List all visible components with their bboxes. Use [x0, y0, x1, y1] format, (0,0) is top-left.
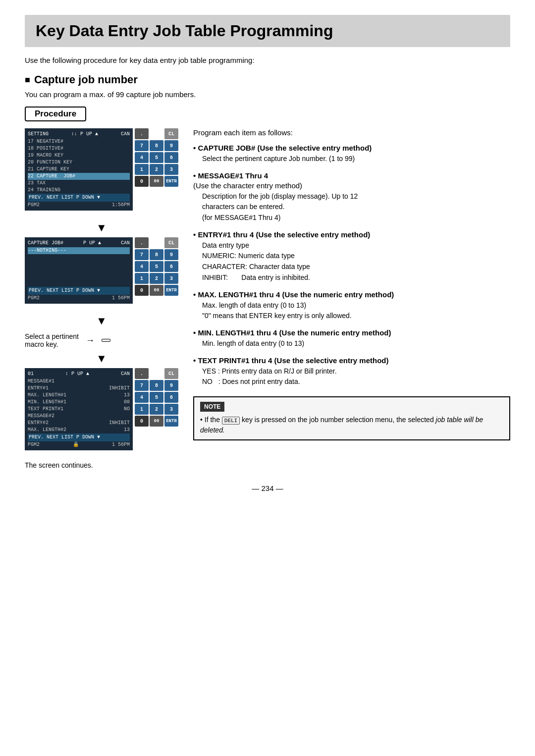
screen1-title-mid: ↕↓ P UP ▲ [71, 131, 98, 138]
key-0[interactable]: 0 [135, 176, 149, 187]
key-entr-2[interactable]: ENTR [164, 285, 178, 296]
bullet-text-print-body: YES : Prints entry data on R/J or Bill p… [202, 366, 510, 387]
screen2-footer: PREV. NEXT LIST P DOWN ▼ [28, 287, 130, 295]
screen3-group: 01 ↕ P UP ▲ CAN MESSAGE#1 ENTRY#1INHIBIT… [25, 368, 178, 451]
screen3-title: 01 ↕ P UP ▲ CAN [28, 370, 130, 378]
key-dot[interactable]: . [135, 128, 149, 139]
key-3-3[interactable]: 3 [164, 404, 178, 415]
screen3-title-right: CAN [121, 371, 130, 378]
screen2-footer-text: PREV. NEXT LIST P DOWN ▼ [29, 287, 100, 294]
screen1-pgm: PGM2 [28, 202, 40, 209]
key-2[interactable]: 2 [150, 164, 163, 175]
key-5-2[interactable]: 5 [150, 261, 163, 272]
main-content: SETTING ↕↓ P UP ▲ CAN 17 NEGATIVE# 18 PO… [25, 128, 510, 469]
keypad-3: . CL 7 8 9 4 5 6 1 2 3 0 00 ENTR [135, 368, 178, 427]
screen3-footer: PREV. NEXT LIST P DOWN ▼ [28, 433, 130, 441]
arrow-right: → [86, 335, 95, 346]
screen3-row3: MAX. LENGTH#113 [28, 392, 130, 399]
bullet-capture-job-body: Select the pertinent capture Job number.… [202, 154, 510, 164]
key-6[interactable]: 6 [164, 152, 178, 163]
key-6-2[interactable]: 6 [164, 261, 178, 272]
screen2-title-left: CAPTURE JOB# [28, 240, 63, 247]
screen3-row4: MIN. LENGTH#100 [28, 399, 130, 406]
bullet-min-length: • MIN. LENGTH#1 thru 4 (Use the numeric … [193, 328, 510, 349]
note-text: • If the DELI key is pressed on the job … [200, 415, 503, 435]
key-00-3[interactable]: 00 [150, 416, 163, 427]
key-2-2[interactable]: 2 [150, 273, 163, 284]
key-1[interactable]: 1 [135, 164, 149, 175]
screen1-title: SETTING ↕↓ P UP ▲ CAN [28, 130, 130, 138]
key-4-2[interactable]: 4 [135, 261, 149, 272]
screen3-row7: ENTRY#2INHIBIT [28, 420, 130, 427]
key-4[interactable]: 4 [135, 152, 149, 163]
screen3-time: 1 56PM [112, 441, 130, 448]
key-7-3[interactable]: 7 [135, 380, 149, 391]
key-dot-3[interactable]: . [135, 368, 149, 379]
left-column: SETTING ↕↓ P UP ▲ CAN 17 NEGATIVE# 18 PO… [25, 128, 178, 469]
key-0-2[interactable]: 0 [135, 285, 149, 296]
select-label: Select a pertinentmacro key. [25, 332, 79, 348]
screen1-row2: 18 POSITIVE# [28, 145, 130, 152]
note-label: NOTE [200, 402, 224, 412]
screen1-footer: PREV. NEXT LIST P DOWN ▼ [28, 194, 130, 202]
key-0-3[interactable]: 0 [135, 416, 149, 427]
key-entr-3[interactable]: ENTR [164, 416, 178, 427]
bullet-min-length-body: Min. length of data entry (0 to 13) [202, 338, 510, 349]
bullet-max-length-title: • MAX. LENGTH#1 thru 4 (Use the numeric … [193, 290, 510, 299]
key-2-3[interactable]: 2 [150, 404, 163, 415]
section-desc: You can program a max. of 99 capture job… [25, 90, 510, 99]
key-6-3[interactable]: 6 [164, 392, 178, 403]
key-cl[interactable]: CL [164, 128, 178, 139]
key-4-3[interactable]: 4 [135, 392, 149, 403]
screen2-empty [28, 254, 130, 287]
key-8[interactable]: 8 [150, 140, 163, 151]
keypad-1: . CL 7 8 9 4 5 6 1 2 3 0 00 ENTR [135, 128, 178, 187]
key-3[interactable]: 3 [164, 164, 178, 175]
screen2-time: 1 56PM [112, 295, 130, 302]
key-entr[interactable]: ENTR [164, 176, 178, 187]
bullet-min-length-title: • MIN. LENGTH#1 thru 4 (Use the numeric … [193, 328, 510, 337]
enter-key-box [102, 339, 110, 342]
bullet-message1-title: • MESSAGE#1 Thru 4 [193, 171, 510, 180]
screen1-bottom: PGM2 1:56PM [28, 202, 130, 209]
select-row: Select a pertinentmacro key. → [25, 332, 178, 348]
screen2-bottom: PGM2 1 56PM [28, 295, 130, 302]
bullet-max-length: • MAX. LENGTH#1 thru 4 (Use the numeric … [193, 290, 510, 322]
screen3-row1: MESSAGE#1 [28, 378, 130, 385]
page-number: — 234 — [25, 484, 510, 492]
screen3-pgm: PGM2 [28, 441, 40, 448]
screen2-title-mid: P UP ▲ [83, 240, 101, 247]
key-7[interactable]: 7 [135, 140, 149, 151]
lcd-screen-2: CAPTURE JOB# P UP ▲ CAN ---NOTHING--- PR… [25, 237, 133, 304]
key-cl-3[interactable]: CL [164, 368, 178, 379]
screen1-time: 1:56PM [112, 202, 130, 209]
key-3-2[interactable]: 3 [164, 273, 178, 284]
key-7-2[interactable]: 7 [135, 249, 149, 260]
key-9-2[interactable]: 9 [164, 249, 178, 260]
key-00-2[interactable]: 00 [150, 285, 163, 296]
key-9[interactable]: 9 [164, 140, 178, 151]
screen1-group: SETTING ↕↓ P UP ▲ CAN 17 NEGATIVE# 18 PO… [25, 128, 178, 212]
page: Key Data Entry Job Table Programming Use… [0, 0, 535, 756]
screen3-title-mid: ↕ P UP ▲ [65, 371, 89, 378]
right-column: Program each item as follows: • CAPTURE … [193, 128, 510, 440]
section-title: Capture job number [25, 73, 510, 86]
key-1-2[interactable]: 1 [135, 273, 149, 284]
key-9-3[interactable]: 9 [164, 380, 178, 391]
key-8-3[interactable]: 8 [150, 380, 163, 391]
screen3-lock: 🔒 [73, 441, 79, 448]
key-dot-2[interactable]: . [135, 237, 149, 248]
key-5-3[interactable]: 5 [150, 392, 163, 403]
key-8-2[interactable]: 8 [150, 249, 163, 260]
screen1-row5: 21 CAPTURE KEY [28, 166, 130, 173]
screen2-title: CAPTURE JOB# P UP ▲ CAN [28, 239, 130, 247]
procedure-box: Procedure [25, 107, 86, 121]
key-5[interactable]: 5 [150, 152, 163, 163]
key-1-3[interactable]: 1 [135, 404, 149, 415]
bullet-text-print: • TEXT PRINT#1 thru 4 (Use the selective… [193, 356, 510, 387]
key-cl-2[interactable]: CL [164, 237, 178, 248]
bullet-message1: • MESSAGE#1 Thru 4 (Use the character en… [193, 171, 510, 223]
screen3-bottom: PGM2 🔒 1 56PM [28, 441, 130, 448]
screen3-row5: TEXT PRINT#1NO [28, 406, 130, 413]
key-00[interactable]: 00 [150, 176, 163, 187]
